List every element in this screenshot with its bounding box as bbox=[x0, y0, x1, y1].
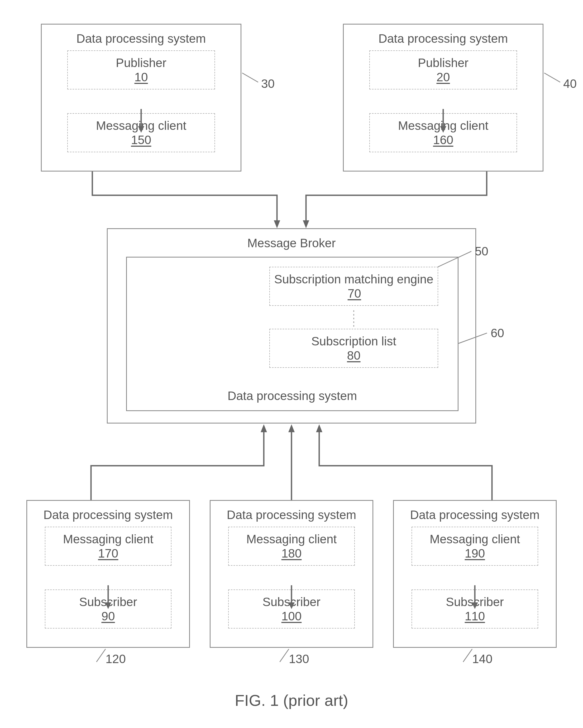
engine-ref: 70 bbox=[348, 287, 361, 300]
dps-title: Data processing system bbox=[211, 501, 372, 527]
leader-30 bbox=[242, 73, 258, 83]
arrow-sub-mid-to-broker bbox=[288, 423, 295, 500]
message-broker: Message Broker Subscription matching eng… bbox=[107, 228, 476, 423]
dps-title: Data processing system bbox=[344, 25, 542, 50]
sub-ref: 110 bbox=[415, 609, 535, 623]
subscription-engine: Subscription matching engine 70 bbox=[269, 267, 438, 306]
client-ref: 170 bbox=[48, 546, 168, 561]
figure-caption: FIG. 1 (prior art) bbox=[0, 691, 583, 709]
leader-40 bbox=[544, 73, 560, 83]
diagram-canvas: Data processing system Publisher 10 Mess… bbox=[0, 0, 583, 728]
publisher-title: Publisher bbox=[372, 56, 514, 70]
publisher-title: Publisher bbox=[71, 56, 212, 70]
svg-marker-1 bbox=[138, 126, 144, 133]
client-ref: 150 bbox=[71, 133, 212, 147]
client-title: Messaging client bbox=[48, 532, 168, 546]
ref-140: 140 bbox=[472, 652, 493, 666]
arrow-sub-left-to-broker bbox=[91, 423, 276, 500]
messaging-client-block: Messaging client 180 bbox=[228, 527, 355, 566]
messaging-client-block: Messaging client 170 bbox=[45, 527, 171, 566]
publisher-block: Publisher 20 bbox=[369, 50, 517, 89]
client-title: Messaging client bbox=[415, 532, 535, 546]
svg-marker-10 bbox=[316, 424, 322, 432]
svg-marker-3 bbox=[440, 126, 446, 133]
leader-130 bbox=[280, 649, 289, 662]
subscriber-right-system: Data processing system Messaging client … bbox=[393, 500, 557, 648]
svg-marker-9 bbox=[288, 424, 295, 432]
client-ref: 160 bbox=[372, 133, 514, 147]
publisher-left-system: Data processing system Publisher 10 Mess… bbox=[41, 24, 241, 172]
dps-title: Data processing system bbox=[127, 382, 458, 408]
list-ref: 80 bbox=[272, 348, 435, 363]
ref-130: 130 bbox=[289, 652, 309, 666]
svg-marker-12 bbox=[105, 602, 111, 609]
broker-title: Message Broker bbox=[108, 229, 475, 255]
client-ref: 180 bbox=[231, 546, 352, 561]
leader-120 bbox=[96, 649, 106, 662]
subscription-list: Subscription list 80 bbox=[269, 329, 438, 368]
arrow-client-to-sub-right bbox=[471, 585, 479, 609]
arrow-client-to-sub-mid bbox=[288, 585, 295, 609]
arrow-pub-to-client-right bbox=[439, 109, 447, 133]
arrow-sub-right-to-broker bbox=[315, 423, 500, 500]
svg-marker-5 bbox=[303, 220, 309, 228]
subscriber-mid-system: Data processing system Messaging client … bbox=[210, 500, 373, 648]
list-title: Subscription list bbox=[272, 334, 435, 348]
dps-title: Data processing system bbox=[42, 25, 241, 50]
ref-50: 50 bbox=[475, 244, 488, 258]
leader-140 bbox=[463, 649, 473, 662]
arrow-left-pub-to-broker bbox=[92, 172, 288, 230]
client-title: Messaging client bbox=[231, 532, 352, 546]
engine-title: Subscription matching engine bbox=[274, 272, 433, 286]
dotted-connector bbox=[352, 310, 355, 329]
ref-30: 30 bbox=[261, 77, 274, 91]
broker-dps: Subscription matching engine 70 Subscrip… bbox=[126, 257, 458, 411]
publisher-right-system: Data processing system Publisher 20 Mess… bbox=[343, 24, 544, 172]
publisher-ref: 10 bbox=[71, 70, 212, 84]
sub-ref: 90 bbox=[48, 609, 168, 623]
subscriber-left-system: Data processing system Messaging client … bbox=[26, 500, 190, 648]
ref-40: 40 bbox=[563, 77, 577, 91]
arrow-pub-to-client-left bbox=[137, 109, 145, 133]
ref-120: 120 bbox=[106, 652, 126, 666]
dps-title: Data processing system bbox=[394, 501, 556, 527]
svg-marker-14 bbox=[288, 602, 295, 609]
dps-title: Data processing system bbox=[27, 501, 189, 527]
publisher-ref: 20 bbox=[372, 70, 514, 84]
svg-marker-7 bbox=[261, 424, 267, 432]
messaging-client-block: Messaging client 190 bbox=[412, 527, 538, 566]
client-ref: 190 bbox=[415, 546, 535, 561]
svg-marker-4 bbox=[274, 220, 280, 228]
publisher-block: Publisher 10 bbox=[67, 50, 215, 89]
sub-ref: 100 bbox=[231, 609, 352, 623]
ref-60: 60 bbox=[491, 326, 504, 340]
arrow-right-pub-to-broker bbox=[302, 172, 497, 230]
svg-marker-16 bbox=[472, 602, 478, 609]
arrow-client-to-sub-left bbox=[104, 585, 112, 609]
